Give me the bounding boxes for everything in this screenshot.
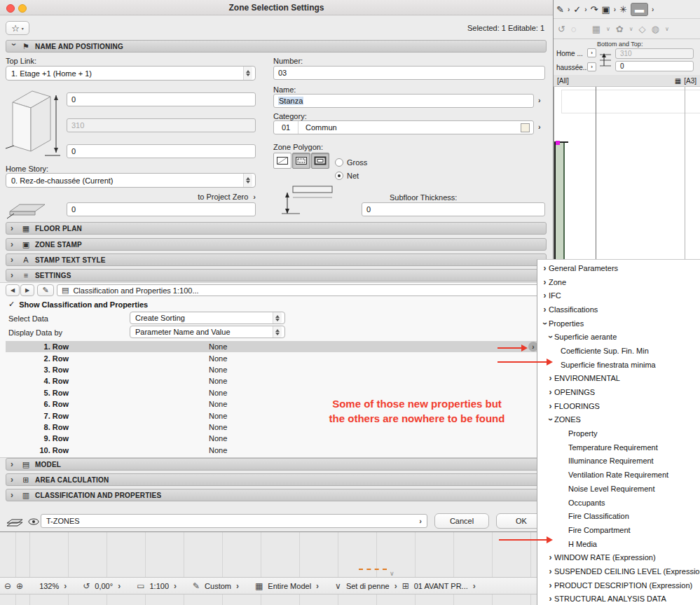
table-row[interactable]: 4. RowNone [6, 375, 545, 387]
chevron-right-icon[interactable]: › [473, 581, 476, 591]
cancel-button[interactable]: Cancel [434, 513, 489, 529]
bottom-offset-field[interactable]: 0 [615, 61, 694, 71]
chevron-right-icon[interactable]: › [394, 581, 397, 591]
number-field[interactable]: 03 [273, 66, 545, 80]
gross-radio[interactable] [335, 158, 343, 167]
favorites-button[interactable]: ☆ ▾ [6, 21, 29, 35]
offset-top-field[interactable]: 0 [67, 92, 256, 106]
tree-item-structural-analysis-data[interactable]: STRUCTURAL ANALYSIS DATA [537, 592, 700, 605]
active-tool-icon[interactable]: ▬ [631, 3, 648, 16]
rotate-icon[interactable]: ↺ [83, 581, 90, 591]
chevron-right-icon[interactable]: › [587, 62, 596, 71]
tree-item-noise-level-requirement[interactable]: Noise Level Requirement [537, 482, 700, 496]
table-row[interactable]: 10. RowNone [6, 445, 545, 455]
tree-item-occupants[interactable]: Occupants [537, 496, 700, 510]
chevron-right-icon[interactable]: › [538, 123, 541, 131]
top-link-dropdown[interactable]: 1. Etage +1 (Home + 1) [6, 66, 256, 81]
chevron-right-icon[interactable] [547, 387, 554, 397]
section-name-and-positioning[interactable]: › ⚑ NAME AND POSITIONING [6, 40, 547, 53]
grid-dropdown-icon[interactable]: ▦ [592, 24, 601, 34]
tree-item-properties[interactable]: Properties [537, 317, 700, 331]
minimize-window-button[interactable] [18, 4, 27, 13]
magic-wand-icon[interactable]: ✳ [619, 4, 627, 15]
select-data-dropdown[interactable]: Create Sorting [130, 312, 285, 324]
close-window-button[interactable] [6, 4, 15, 13]
chevron-down-icon[interactable] [547, 332, 554, 342]
zone-polygon-mode-2-button[interactable] [292, 153, 310, 169]
tree-item-product-description[interactable]: PRODUCT DESCRIPTION (Expression) [537, 578, 700, 592]
rotate-icon[interactable]: ↺ [558, 24, 565, 34]
zone-polygon-mode-1-button[interactable] [273, 153, 291, 169]
previous-page-button[interactable]: ◀ [6, 284, 20, 296]
pen-tool-icon[interactable]: ✎ [556, 4, 564, 15]
caret-down-icon[interactable]: ∨ [606, 26, 610, 32]
chevron-right-icon[interactable] [541, 263, 549, 273]
chevron-down-icon[interactable] [541, 319, 549, 328]
circle-icon[interactable]: ◌ [571, 24, 577, 34]
frame-icon[interactable]: ▣ [601, 4, 610, 15]
net-radio[interactable] [335, 172, 343, 180]
tree-item-superficie-finestrata-minima[interactable]: Superficie finestrata minima [537, 358, 700, 372]
chevron-right-icon[interactable]: › [584, 6, 586, 13]
layer-combination[interactable]: Custom [205, 582, 231, 590]
layer-selector[interactable]: T-ZONES › [41, 514, 427, 528]
next-page-button[interactable]: ▶ [20, 284, 34, 296]
chevron-right-icon[interactable]: › [174, 581, 177, 591]
zoom-level[interactable]: 132% [39, 582, 59, 590]
tree-item-floorings[interactable]: FLOORINGS [537, 399, 700, 413]
drawing-canvas[interactable] [554, 87, 700, 259]
chevron-right-icon[interactable] [547, 580, 554, 590]
pen-icon[interactable]: ✎ [193, 581, 200, 591]
tree-item-window-rate[interactable]: WINDOW RATE (Expression) [537, 550, 700, 564]
rotation-angle[interactable]: 0,00° [95, 582, 113, 590]
stamp-page-selector[interactable]: ▤ Classification and Properties 1:100...… [57, 284, 545, 296]
tree-item-suspended-ceiling-level[interactable]: SUSPENDED CEILING LEVEL (Expression) [537, 564, 700, 578]
section-zone-stamp[interactable]: › ▣ ZONE STAMP [6, 238, 547, 251]
chevron-right-icon[interactable] [547, 594, 554, 604]
chevron-right-icon[interactable]: › [236, 581, 239, 591]
tree-item-environmental[interactable]: ENVIRONMENTAL [537, 372, 700, 386]
eye-icon[interactable] [28, 518, 39, 525]
chevron-right-icon[interactable]: › [118, 581, 121, 591]
chevron-right-icon[interactable] [547, 552, 554, 562]
section-floor-plan[interactable]: › ▦ FLOOR PLAN [6, 222, 547, 235]
tree-item-general-parameters[interactable]: General Parameters [537, 261, 700, 275]
tree-item-fire-classification[interactable]: Fire Classification [537, 509, 700, 523]
tree-item-property[interactable]: Property [537, 426, 700, 440]
tree-item-temperature-requirement[interactable]: Temperature Requirement [537, 440, 700, 454]
subfloor-thickness-field[interactable]: 0 [362, 202, 545, 216]
check-icon[interactable]: ✓ [573, 4, 581, 15]
tree-item-illuminance-requirement[interactable]: Illuminance Requirement [537, 454, 700, 468]
tree-item-fire-compartment[interactable]: Fire Compartment [537, 523, 700, 537]
edit-scheme-button[interactable]: ✎ [37, 284, 54, 296]
chevron-right-icon[interactable] [541, 291, 549, 300]
chevron-down-icon[interactable] [547, 415, 554, 424]
chevron-right-icon[interactable] [541, 305, 549, 314]
tree-item-superficie-aerante[interactable]: Superficie aerante [537, 330, 700, 344]
chevron-right-icon[interactable]: › [316, 581, 319, 591]
chevron-right-icon[interactable] [547, 401, 554, 411]
flower-dropdown-icon[interactable]: ✿ [616, 24, 624, 34]
to-project-zero-control[interactable]: to Project Zero › [140, 193, 256, 201]
section-classification-properties[interactable]: › ▥ CLASSIFICATION AND PROPERTIES [6, 489, 547, 501]
caret-down-icon[interactable]: ∨ [335, 581, 341, 591]
base-elevation-field[interactable]: 0 [67, 202, 256, 216]
diamond-icon[interactable]: ◇ [639, 24, 646, 34]
offset-bottom-field[interactable]: 0 [67, 144, 256, 158]
view-option[interactable]: 01 AVANT PR... [414, 582, 468, 590]
tree-item-h-media[interactable]: H Media [537, 537, 700, 551]
curved-arrow-icon[interactable]: ↷ [591, 4, 598, 15]
tree-item-coefficiente-sup-fin-min[interactable]: Coefficiente Sup. Fin. Min [537, 344, 700, 358]
section-area-calculation[interactable]: › ⊞ AREA CALCULATION [6, 473, 547, 486]
show-classification-checkbox[interactable]: ✓ Show Classification and Properties [8, 300, 148, 309]
caret-down-icon[interactable]: ∨ [629, 26, 633, 32]
table-row[interactable]: 9. RowNone [6, 433, 545, 444]
name-field[interactable]: Stanza [273, 94, 534, 108]
globe-dropdown-icon[interactable]: ◍ [652, 24, 659, 34]
table-row[interactable]: 2. RowNone [6, 352, 545, 363]
chevron-right-icon[interactable]: › [64, 581, 67, 591]
zoom-out-icon[interactable]: ⊖ [4, 581, 11, 591]
category-color-swatch[interactable] [521, 123, 530, 132]
chevron-right-icon[interactable]: › [614, 6, 616, 13]
chevron-right-icon[interactable]: › [587, 48, 596, 57]
